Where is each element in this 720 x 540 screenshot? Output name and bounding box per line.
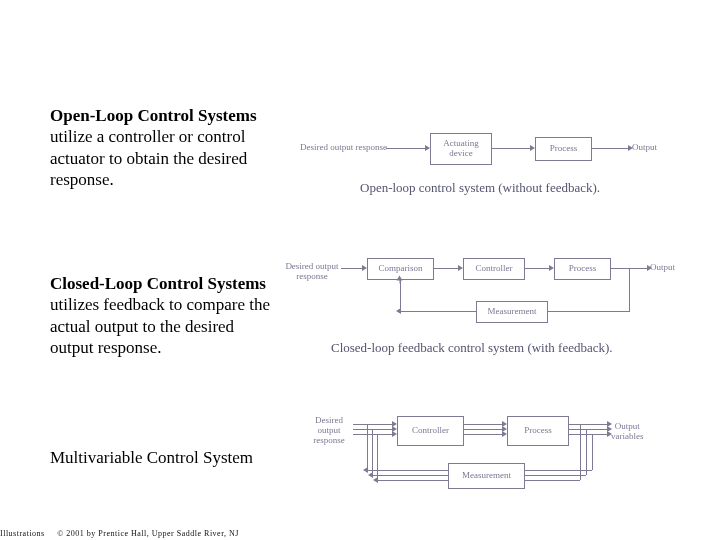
open-input-label: Desired output response [300,143,385,153]
line [400,311,476,312]
multi-measurement-box: Measurement [448,463,525,489]
line [367,470,448,471]
closed-process-box: Process [554,258,611,280]
arrow-icon [568,424,608,425]
arrow-icon [400,280,401,284]
line [629,268,630,312]
footer-left: Illustrations [0,529,45,538]
arrow-icon [463,424,503,425]
closed-loop-body: utilizes feedback to compare the actual … [50,295,270,357]
line [580,424,581,480]
line [586,429,587,475]
arrow-icon [463,434,503,435]
arrow-icon [524,268,550,269]
open-actuating-box: Actuating device [430,133,492,165]
line [372,475,448,476]
multi-output-label: Output variables [611,422,643,442]
multivariable-text: Multivariable Control System [50,447,270,468]
arrow-icon [433,268,459,269]
closed-loop-diagram: Desired output response Comparison Contr… [283,253,703,373]
footer: Illustrations © 2001 by Prentice Hall, U… [0,529,239,538]
line [400,279,401,312]
line [523,475,586,476]
multi-controller-box: Controller [397,416,464,446]
arrow-icon [491,148,531,149]
line [523,480,580,481]
open-loop-title: Open-Loop Control Systems [50,106,257,125]
open-process-box: Process [535,137,592,161]
arrow-icon [353,424,393,425]
closed-loop-title: Closed-Loop Control Systems [50,274,266,293]
line [367,424,368,471]
arrow-icon [568,434,608,435]
slide: Open-Loop Control Systems utilize a cont… [0,0,720,540]
line [377,480,448,481]
closed-controller-box: Controller [463,258,525,280]
line [523,470,592,471]
closed-loop-text: Closed-Loop Control Systems utilizes fee… [50,273,270,358]
closed-measurement-box: Measurement [476,301,548,323]
multivariable-title: Multivariable Control System [50,448,253,467]
closed-input-label: Desired output response [283,262,341,282]
open-loop-diagram: Desired output response Actuating device… [300,125,690,205]
line [372,429,373,476]
open-caption: Open-loop control system (without feedba… [360,180,600,196]
arrow-icon [568,429,608,430]
arrow-icon [341,268,363,269]
line [377,434,378,481]
footer-right: © 2001 by Prentice Hall, Upper Saddle Ri… [57,529,239,538]
open-loop-body: utilize a controller or control actuator… [50,127,247,189]
arrow-icon [591,148,629,149]
arrow-icon [546,311,629,312]
open-output-label: Output [632,143,657,153]
closed-caption: Closed-loop feedback control system (wit… [331,340,613,356]
arrow-icon [386,148,426,149]
open-loop-text: Open-Loop Control Systems utilize a cont… [50,105,270,190]
line [592,434,593,470]
multivariable-diagram: Desired output response Controller Proce… [305,410,705,530]
multi-input-label: Desired output response [305,416,353,446]
arrow-icon [353,429,393,430]
closed-output-label: Output [650,263,675,273]
arrow-icon [463,429,503,430]
multi-process-box: Process [507,416,569,446]
arrow-icon [353,434,393,435]
